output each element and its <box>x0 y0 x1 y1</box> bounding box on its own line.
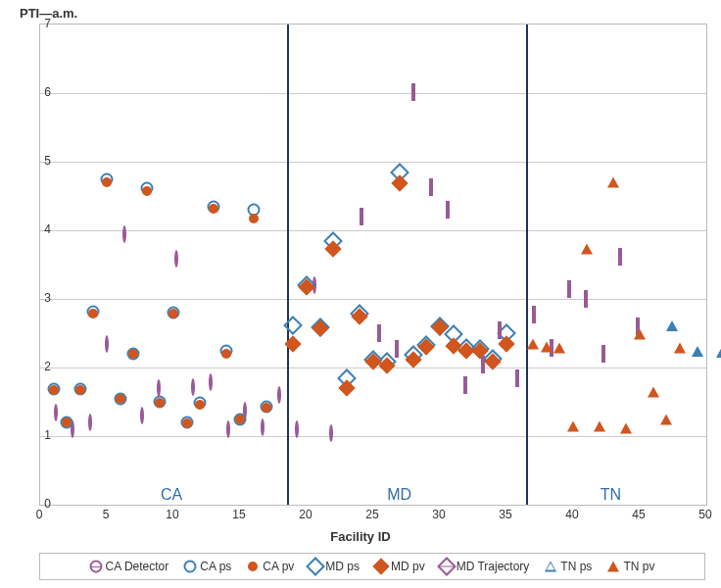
chart-container: PTI—a.m. Facility ID CA DetectorCA psCA … <box>0 0 721 588</box>
data-point <box>249 214 259 223</box>
data-point <box>716 333 721 358</box>
x-tick-label: 40 <box>562 508 582 521</box>
data-point <box>142 186 152 196</box>
region-label: CA <box>161 486 182 504</box>
data-point <box>75 385 85 395</box>
x-tick-label: 0 <box>29 508 49 521</box>
x-tick-label: 30 <box>429 508 449 521</box>
data-point <box>607 177 619 188</box>
legend-marker-icon <box>441 561 453 572</box>
gridline <box>40 299 706 300</box>
legend-label: TN ps <box>560 560 592 573</box>
legend-item: MD ps <box>310 560 360 573</box>
legend-item: CA Detector <box>90 560 169 573</box>
legend-item: MD pv <box>375 560 425 573</box>
data-point <box>553 343 565 354</box>
data-point <box>411 83 415 101</box>
data-point <box>209 373 213 391</box>
y-tick-label: 4 <box>31 222 51 236</box>
legend-label: TN pv <box>623 560 654 573</box>
data-point <box>329 424 333 442</box>
data-point <box>140 407 144 424</box>
x-tick-label: 45 <box>629 508 649 521</box>
y-tick-label: 5 <box>31 154 51 168</box>
x-tick-label: 50 <box>696 508 715 521</box>
data-point <box>360 208 363 225</box>
data-point <box>634 329 646 340</box>
data-point <box>88 414 92 431</box>
data-point <box>182 418 192 428</box>
legend-item: TN ps <box>545 560 592 573</box>
x-tick-label: 20 <box>296 508 315 521</box>
data-point <box>174 250 178 268</box>
data-point <box>666 307 678 331</box>
data-point <box>209 204 218 214</box>
data-point <box>221 349 231 359</box>
data-point <box>157 379 161 397</box>
legend-label: CA ps <box>200 560 231 573</box>
data-point <box>262 403 271 413</box>
data-point <box>88 309 98 318</box>
data-point <box>620 422 632 433</box>
data-point <box>191 378 195 396</box>
gridline <box>40 93 706 94</box>
y-tick-label: 3 <box>31 291 51 305</box>
data-point <box>235 415 245 424</box>
data-point <box>429 178 433 196</box>
data-point <box>567 420 579 431</box>
legend: CA DetectorCA psCA pvMD psMD pvMD Trajec… <box>39 553 705 580</box>
data-point <box>463 376 467 394</box>
region-label: TN <box>601 486 621 504</box>
y-tick-label: 7 <box>31 17 51 30</box>
legend-label: MD pv <box>391 560 425 573</box>
legend-label: MD Trajectory <box>457 560 530 573</box>
legend-item: CA pv <box>247 560 294 573</box>
gridline <box>40 436 706 437</box>
data-point <box>618 248 622 266</box>
x-axis-label: Facility ID <box>0 529 721 544</box>
data-point <box>395 340 399 358</box>
gridline <box>40 230 706 231</box>
data-point <box>541 342 553 353</box>
data-point <box>195 400 205 410</box>
data-point <box>62 417 72 427</box>
data-point <box>674 343 686 354</box>
data-point <box>128 349 138 359</box>
legend-marker-icon <box>247 561 259 572</box>
region-label: MD <box>387 486 411 504</box>
data-point <box>116 394 125 404</box>
legend-marker-icon <box>90 561 102 572</box>
data-point <box>392 175 409 192</box>
legend-label: MD ps <box>325 560 360 573</box>
plot-area <box>39 24 707 506</box>
region-divider <box>287 24 289 505</box>
x-tick-label: 25 <box>362 508 382 521</box>
data-point <box>49 385 59 395</box>
data-point <box>54 404 58 421</box>
data-point <box>581 243 593 254</box>
y-tick-label: 1 <box>31 428 51 442</box>
legend-marker-icon <box>310 561 321 572</box>
legend-marker-icon <box>375 561 387 572</box>
data-point <box>377 324 381 342</box>
data-point <box>584 290 588 308</box>
data-point <box>660 414 672 424</box>
legend-item: CA ps <box>184 560 231 573</box>
data-point <box>261 418 264 436</box>
y-tick-label: 6 <box>31 85 51 99</box>
data-point <box>277 386 281 404</box>
data-point <box>102 177 112 187</box>
data-point <box>226 420 230 438</box>
legend-label: CA Detector <box>106 560 169 573</box>
data-point <box>498 321 502 339</box>
region-divider <box>526 24 528 505</box>
data-point <box>481 356 485 373</box>
data-point <box>567 280 571 298</box>
gridline <box>40 162 706 163</box>
data-point <box>692 332 703 357</box>
data-point <box>594 420 605 431</box>
data-point <box>532 306 536 323</box>
x-tick-label: 10 <box>163 508 182 521</box>
data-point <box>122 225 126 243</box>
data-point <box>446 201 450 219</box>
